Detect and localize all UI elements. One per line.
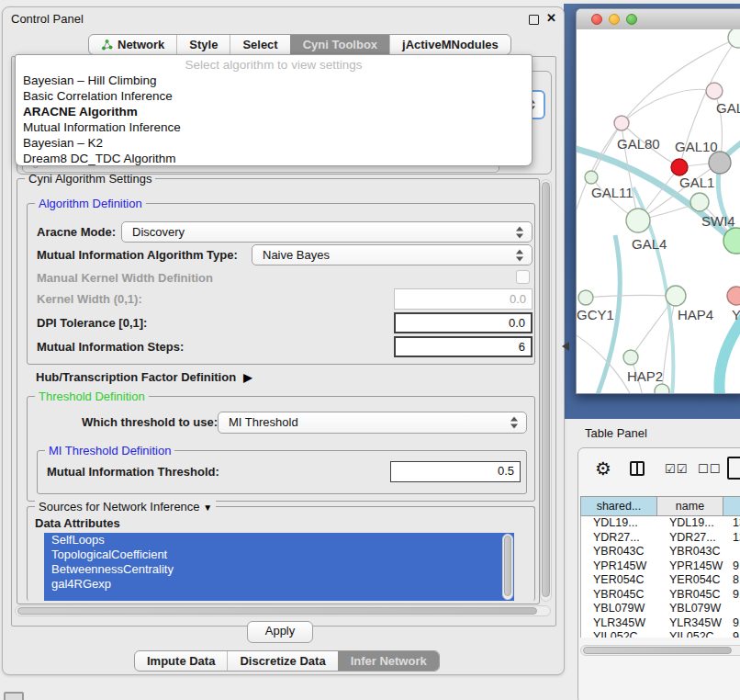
column-header-shared-name[interactable]: shared... <box>580 496 657 516</box>
table-row[interactable]: YER054CYER054C8. <box>581 573 740 588</box>
node-label: GAL1 <box>679 175 714 190</box>
menu-item-dream8[interactable]: Dream8 DC_TDC Algorithm <box>16 151 532 166</box>
table-panel: ⚙ ☑☑ ☐☐ shared... name YDL19...YDL19...1… <box>577 447 740 700</box>
column-header-partial[interactable] <box>723 496 740 516</box>
close-traffic-light-icon[interactable] <box>591 14 602 25</box>
cyni-bottom-tabbar: Impute Data Discretize Data Infer Networ… <box>134 650 440 672</box>
table-header-row: shared... name <box>580 496 740 516</box>
list-item-selfloops[interactable]: SelfLoops <box>44 533 514 548</box>
table-row[interactable]: YBL079WYBL079W <box>581 602 740 616</box>
scrollbar-thumb[interactable] <box>17 607 537 615</box>
data-attributes-list: SelfLoops TopologicalCoefficient Between… <box>44 533 514 601</box>
node[interactable] <box>728 29 740 48</box>
mouse-cursor-icon <box>557 342 569 351</box>
node-label: HAP2 <box>627 368 663 384</box>
tab-discretize-data[interactable]: Discretize Data <box>227 651 337 671</box>
node-label: HAP4 <box>678 307 713 322</box>
tab-style[interactable]: Style <box>176 35 230 54</box>
tab-cyni-toolbox[interactable]: Cyni Toolbox <box>290 35 389 54</box>
menu-item-aracne[interactable]: ARACNE Algorithm <box>16 104 532 119</box>
node-hap2[interactable] <box>623 350 638 365</box>
select-all-icon[interactable]: ☑☑ <box>665 462 688 476</box>
node-gal10[interactable] <box>709 152 731 174</box>
mi-steps-label: Mutual Information Steps: <box>37 340 184 354</box>
node-gal1[interactable] <box>690 193 709 211</box>
settings-vertical-scrollbar[interactable] <box>540 179 552 602</box>
dropdown-prompt: Select algorithm to view settings <box>16 58 532 73</box>
sources-legend[interactable]: Sources for Network Inference ▼ <box>35 500 216 514</box>
algorithm-definition-group: Algorithm Definition Aracne Mode: Discov… <box>27 203 535 365</box>
combo-arrows-icon <box>516 249 523 261</box>
collapsed-panel-button[interactable] <box>4 692 24 700</box>
tab-impute-data[interactable]: Impute Data <box>135 651 227 671</box>
tab-jactivemnodules[interactable]: jActiveMNodules <box>389 35 510 54</box>
cyni-algorithm-settings-group: Cyni Algorithm Settings Algorithm Defini… <box>17 178 540 604</box>
menu-item-mutual-information[interactable]: Mutual Information Inference <box>16 119 532 135</box>
node-label: GAL <box>716 100 740 116</box>
attribute-list-scrollbar[interactable] <box>502 534 513 600</box>
node-gal4[interactable] <box>626 209 650 232</box>
table-row[interactable]: YLR345WYLR345W9. <box>581 616 740 631</box>
column-layout-icon[interactable] <box>630 461 645 476</box>
kernel-width-input: 0.0 <box>394 288 533 310</box>
which-threshold-combo[interactable]: MI Threshold <box>218 412 527 434</box>
table-row[interactable]: YPR145WYPR145W9. <box>581 559 740 574</box>
menu-item-bayesian-hill-climbing[interactable]: Bayesian – Hill Climbing <box>16 73 532 88</box>
list-item-topologicalcoefficient[interactable]: TopologicalCoefficient <box>44 548 514 562</box>
node-label: GAL80 <box>617 136 660 152</box>
tab-infer-network[interactable]: Infer Network <box>338 651 439 671</box>
hub-section-toggle[interactable]: Hub/Transcription Factor Definition▶ <box>36 370 252 384</box>
settings-horizontal-scrollbar[interactable] <box>15 605 551 616</box>
node-red-selected[interactable] <box>671 159 688 175</box>
zoom-traffic-light-icon[interactable] <box>626 14 637 25</box>
data-attributes-label: Data Attributes <box>35 516 120 530</box>
which-threshold-label: Which threshold to use: <box>82 415 218 429</box>
network-canvas[interactable]: GAL GAL80 GAL10 GAL1 GAL11 GAL4 SWI4 GCY… <box>577 29 740 394</box>
tab-network[interactable]: Network <box>89 35 176 54</box>
minimize-traffic-light-icon[interactable] <box>609 14 620 25</box>
mi-algorithm-type-label: Mutual Information Algorithm Type: <box>37 248 238 262</box>
table-panel-title: Table Panel <box>585 426 647 440</box>
menu-item-bayesian-k2[interactable]: Bayesian – K2 <box>16 135 532 151</box>
aracne-mode-combo[interactable]: Discovery <box>121 221 533 243</box>
apply-button[interactable]: Apply <box>247 621 313 643</box>
close-icon[interactable]: ✕ <box>546 11 556 25</box>
node-gcy1[interactable] <box>578 290 593 305</box>
kernel-width-label: Kernel Width (0,1): <box>37 292 142 306</box>
aracne-mode-label: Aracne Mode: <box>37 225 116 239</box>
network-window-titlebar[interactable] <box>577 9 740 30</box>
node-hap4[interactable] <box>666 286 686 306</box>
list-item-gal4rgexp[interactable]: gal4RGexp <box>44 577 514 592</box>
settings-gear-icon[interactable]: ⚙ <box>595 459 611 478</box>
node-salmon[interactable] <box>727 287 740 305</box>
node[interactable] <box>655 384 669 394</box>
scrollbar-thumb[interactable] <box>504 536 511 596</box>
table-row[interactable]: YDL19...YDL19...13 <box>581 516 740 531</box>
node-gal[interactable] <box>706 83 723 99</box>
table-horizontal-scrollbar[interactable] <box>580 645 740 656</box>
mi-threshold-input[interactable]: 0.5 <box>390 461 521 482</box>
table-row[interactable]: YBR043CYBR043C <box>581 545 740 559</box>
manual-kernel-width-checkbox <box>516 270 530 284</box>
tab-select[interactable]: Select <box>230 35 289 54</box>
mi-steps-input[interactable]: 6 <box>394 336 533 357</box>
list-item-betweennesscentrality[interactable]: BetweennessCentrality <box>44 562 514 577</box>
table-row[interactable]: YBR045CYBR045C9. <box>581 588 740 603</box>
collapsed-arrow-icon: ▶ <box>243 371 252 384</box>
node-gal11[interactable] <box>585 171 598 184</box>
node-gal80[interactable] <box>614 116 629 130</box>
float-window-icon[interactable] <box>529 15 539 25</box>
menu-item-basic-correlation[interactable]: Basic Correlation Inference <box>16 88 532 104</box>
dpi-tolerance-input[interactable]: 0.0 <box>394 312 533 333</box>
scrollbar-thumb[interactable] <box>542 182 550 597</box>
export-table-icon[interactable] <box>727 457 740 480</box>
mi-algorithm-type-combo[interactable]: Naive Bayes <box>252 244 533 265</box>
table-row[interactable]: YIL052CYIL052C9 <box>581 630 740 638</box>
node-label: SWI4 <box>701 213 735 229</box>
deselect-all-icon[interactable]: ☐☐ <box>698 462 721 476</box>
scrollbar-thumb[interactable] <box>583 647 732 654</box>
table-row[interactable]: YDR27...YDR27...12 <box>581 531 740 546</box>
window-title: Control Panel <box>11 12 84 26</box>
column-header-name[interactable]: name <box>657 496 723 516</box>
dpi-tolerance-label: DPI Tolerance [0,1]: <box>37 316 147 330</box>
